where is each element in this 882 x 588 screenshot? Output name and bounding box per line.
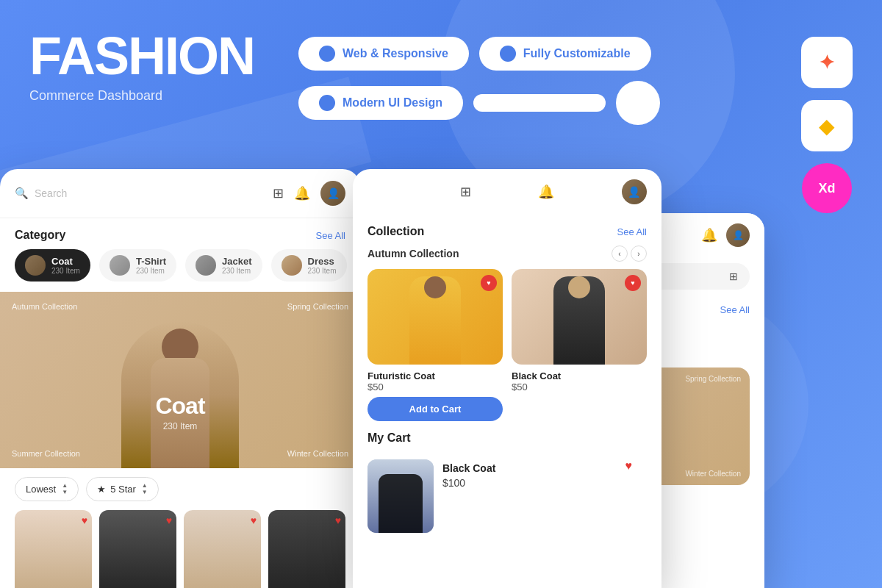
category-row: Coat 230 Item T-Shirt 230 Item Jacket 23… (0, 249, 360, 292)
collection-see-all[interactable]: See All (617, 226, 647, 237)
mid-filter-icon[interactable]: ⊞ (460, 184, 471, 200)
topbar-icons: ⊞ 🔔 👤 (273, 181, 345, 206)
heart-btn-2[interactable]: ♥ (166, 514, 172, 526)
heart-btn-4[interactable]: ♥ (335, 514, 341, 526)
collection-card-1: ♥ (368, 269, 503, 365)
cart-item-1[interactable]: Black Coat $100 ♥ (368, 452, 647, 540)
cat-name-dress: Dress (308, 256, 337, 267)
badge-empty (473, 94, 606, 112)
right-filter-icon[interactable]: ⊞ (729, 270, 738, 282)
right-avatar[interactable]: 👤 (726, 223, 750, 247)
header-area: FASHION Commerce Dashboard Web & Respons… (0, 0, 882, 162)
product-card-2[interactable]: ♥ (99, 510, 176, 588)
figma-icon: ✦ (819, 51, 835, 74)
mid-avatar[interactable]: 👤 (622, 179, 647, 204)
hero-label-br: Winter Collection (287, 449, 348, 458)
badge-dot-modern (319, 95, 335, 111)
badge-web-label: Web & Responsive (343, 47, 448, 60)
right-bell-icon[interactable]: 🔔 (701, 227, 717, 243)
cat-name-tshirt: T-Shirt (136, 256, 166, 267)
user-avatar[interactable]: 👤 (320, 181, 345, 206)
sale-badge-2: ♥ (625, 275, 641, 291)
sketch-icon-btn[interactable]: ◆ (801, 100, 853, 151)
collection-item-1[interactable]: ♥ Futuristic Coat $50 Add to Cart (368, 269, 503, 421)
badges-row-1: Web & Responsive Fully Customizable (298, 37, 660, 71)
hero-label-tl: Autumn Collection (12, 302, 77, 311)
prod-1-price: $50 (368, 381, 503, 392)
rating-label: 5 Star (110, 484, 136, 495)
cat-count-tshirt: 230 Item (136, 267, 166, 275)
badges-row-2: Modern UI Design (298, 81, 660, 125)
collection-item-2[interactable]: ♥ Black Coat $50 (512, 269, 647, 421)
hero-title: Coat (155, 392, 204, 420)
content-area: 🔍 Search ⊞ 🔔 👤 Category See All Coat 230… (0, 169, 882, 588)
cart-item-price: $100 (442, 477, 647, 489)
prod-2-name: Black Coat (512, 370, 647, 381)
collection-card-1-info: Futuristic Coat $50 (368, 365, 503, 392)
category-section-header: Category See All (0, 218, 360, 249)
product-grid: ♥ ♥ ♥ ♥ (0, 510, 360, 588)
cart-section-header: My Cart (368, 431, 647, 452)
rating-arrows: ▲ ▼ (142, 483, 148, 495)
right-topbar-icons: 🔔 👤 (701, 223, 750, 247)
nav-next-arrow[interactable]: › (631, 245, 647, 262)
cat-chip-tshirt[interactable]: T-Shirt 230 Item (99, 249, 176, 282)
cart-heart-btn[interactable]: ♥ (625, 459, 633, 473)
product-card-1[interactable]: ♥ (15, 510, 92, 588)
right-category-see-all[interactable]: See All (720, 304, 750, 315)
prod-1-name: Futuristic Coat (368, 370, 503, 381)
phone-main: 🔍 Search ⊞ 🔔 👤 Category See All Coat 230… (0, 169, 360, 588)
sale-badge-1: ♥ (481, 275, 497, 291)
phone-mid: ⊞ 🔔 👤 Collection See All Autumn Collecti… (353, 169, 662, 588)
rating-down-arrow: ▼ (142, 490, 148, 495)
collection-subtitle: Autumn Collection (368, 248, 459, 259)
nav-arrows: ‹ › (612, 245, 647, 262)
badge-custom-label: Fully Customizable (523, 47, 631, 60)
figma-icon-btn[interactable]: ✦ (801, 37, 853, 88)
heart-btn-3[interactable]: ♥ (251, 514, 257, 526)
hero-label-tr: Spring Collection (287, 302, 348, 311)
category-title: Category (15, 229, 65, 242)
brand-title: FASHION (29, 29, 254, 82)
category-see-all[interactable]: See All (316, 230, 345, 241)
collection-section-header: Collection See All (353, 215, 662, 245)
rating-up-arrow: ▲ (142, 483, 148, 489)
product-card-4[interactable]: ♥ (268, 510, 345, 588)
search-bar[interactable]: 🔍 Search (15, 187, 67, 200)
cat-count-jacket: 230 Item (222, 267, 251, 275)
heart-btn-1[interactable]: ♥ (82, 514, 87, 526)
filter-icon[interactable]: ⊞ (273, 185, 284, 201)
collection-card-2: ♥ (512, 269, 647, 365)
brand-section: FASHION Commerce Dashboard (29, 29, 254, 104)
add-to-cart-btn[interactable]: Add to Cart (368, 397, 503, 421)
product-card-3[interactable]: ♥ (184, 510, 261, 588)
collection-grid: ♥ Futuristic Coat $50 Add to Cart ♥ (353, 269, 662, 431)
mid-bell-icon[interactable]: 🔔 (538, 184, 554, 200)
cat-chip-jacket[interactable]: Jacket 230 Item (185, 249, 262, 282)
cat-chip-dress[interactable]: Dress 230 Item (271, 249, 347, 282)
phone-main-topbar: 🔍 Search ⊞ 🔔 👤 (0, 169, 360, 218)
sketch-icon: ◆ (819, 114, 835, 138)
filter-row: Lowest ▲ ▼ ★ 5 Star ▲ ▼ (0, 468, 360, 510)
badge-web-responsive[interactable]: Web & Responsive (298, 37, 469, 71)
right-hero-br: Winter Collection (685, 470, 741, 478)
badge-modern-ui[interactable]: Modern UI Design (298, 86, 463, 120)
collection-card-2-info: Black Coat $50 (512, 365, 647, 392)
sort-filter-pill[interactable]: Lowest ▲ ▼ (15, 477, 79, 501)
bell-icon[interactable]: 🔔 (294, 185, 310, 201)
hero-banner: Autumn Collection Spring Collection Summ… (0, 292, 360, 468)
badge-fully-customizable[interactable]: Fully Customizable (479, 37, 651, 71)
collection-title: Collection (368, 225, 424, 238)
prod-2-price: $50 (512, 381, 647, 392)
my-cart-section: My Cart Black Coat $100 ♥ (353, 431, 662, 540)
search-placeholder: Search (35, 187, 67, 199)
cart-title: My Cart (368, 431, 411, 445)
cat-name-jacket: Jacket (222, 256, 251, 267)
nav-prev-arrow[interactable]: ‹ (612, 245, 628, 262)
hero-center-text: Coat 230 Item (155, 392, 204, 431)
cat-count-coat: 230 Item (51, 267, 80, 275)
cat-chip-coat[interactable]: Coat 230 Item (15, 249, 90, 282)
badge-modern-label: Modern UI Design (343, 96, 442, 110)
cart-item-info: Black Coat $100 (442, 459, 647, 489)
rating-filter-pill[interactable]: ★ 5 Star ▲ ▼ (86, 477, 159, 501)
